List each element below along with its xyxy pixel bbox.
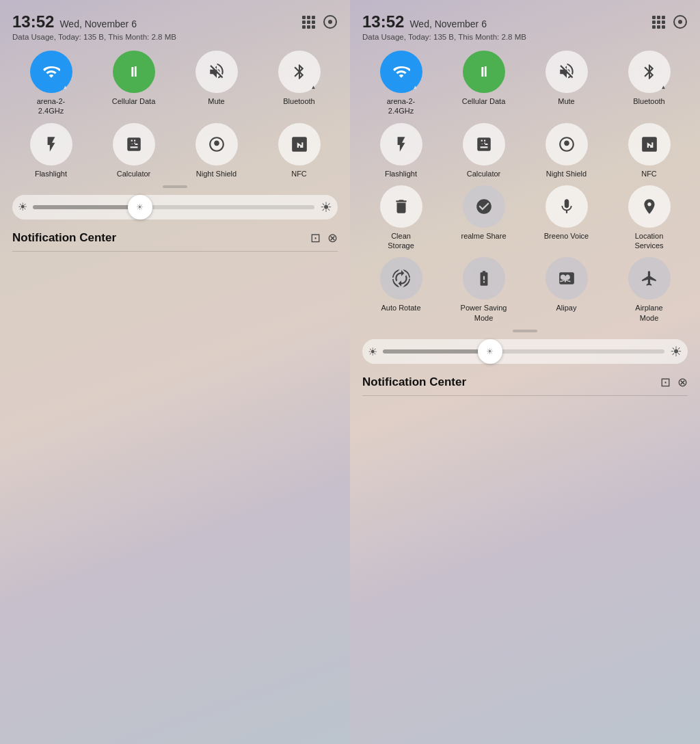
right-breeno-voice-label: Breeno Voice	[544, 231, 589, 241]
left-notification-actions: ⊡ ⊗	[310, 230, 338, 245]
right-tile-location-services[interactable]: Location Services	[610, 185, 688, 251]
left-cellular-label: Cellular Data	[112, 96, 156, 106]
left-tile-cellular[interactable]: Il Cellular Data	[95, 51, 172, 116]
left-bluetooth-label: Bluetooth	[283, 96, 314, 106]
right-header-icons	[651, 14, 688, 29]
left-tile-flashlight[interactable]: Flashlight	[12, 123, 90, 178]
right-alipay-label: Alipay	[556, 303, 577, 313]
left-calculator-label: Calculator	[117, 169, 151, 178]
left-tile-calculator[interactable]: Calculator	[95, 123, 172, 178]
right-location-services-label: Location Services	[625, 231, 673, 251]
right-brightness-section[interactable]: ☀ ☀ ☀	[362, 339, 688, 364]
left-header: 13:52 Wed, November 6	[12, 12, 338, 41]
right-mute-label: Mute	[558, 96, 574, 106]
right-flashlight-label: Flashlight	[385, 169, 417, 178]
right-tile-mute[interactable]: Mute	[528, 51, 605, 116]
right-notification-actions: ⊡ ⊗	[660, 375, 688, 390]
left-date: Wed, November 6	[59, 18, 137, 29]
wifi-arrow: ▲	[63, 84, 68, 90]
right-notification-close-icon[interactable]: ⊗	[677, 375, 688, 390]
bluetooth-arrow: ▲	[311, 84, 317, 90]
right-wifi-arrow: ▲	[413, 84, 418, 90]
right-tile-wifi[interactable]: ▲ arena-2-2.4GHz	[362, 51, 440, 116]
left-brightness-section[interactable]: ☀ ☀ ☀	[12, 195, 338, 220]
left-notification-title: Notification Center	[12, 231, 116, 245]
right-bluetooth-label: Bluetooth	[633, 96, 664, 106]
right-wifi-label: arena-2-2.4GHz	[387, 96, 416, 116]
right-tile-realme-share[interactable]: realme Share	[445, 185, 522, 251]
left-time-date: 13:52 Wed, November 6	[12, 12, 137, 31]
right-time: 13:52	[362, 12, 404, 31]
right-airplane-mode-label: Airplane Mode	[625, 303, 673, 323]
left-tile-mute[interactable]: Mute	[178, 51, 255, 116]
right-panel: 13:52 Wed, November 6	[350, 0, 700, 744]
right-tiles-row4: Auto Rotate Power SavingMode Alipa	[362, 257, 688, 323]
right-date: Wed, November 6	[409, 18, 487, 29]
grid-icon[interactable]	[301, 14, 316, 29]
right-night-shield-label: Night Shield	[546, 169, 587, 178]
right-realme-share-label: realme Share	[461, 231, 506, 241]
right-tile-nfc[interactable]: NFC	[610, 123, 688, 178]
right-brightness-high-icon: ☀	[670, 343, 682, 360]
right-power-saving-label: Power SavingMode	[461, 303, 507, 323]
right-tile-cellular[interactable]: Il Cellular Data	[445, 51, 522, 116]
left-brightness-high-icon: ☀	[320, 199, 332, 215]
left-notification-section: Notification Center ⊡ ⊗	[12, 230, 338, 252]
right-brightness-track[interactable]: ☀	[383, 349, 664, 354]
right-calculator-label: Calculator	[467, 169, 501, 178]
left-wifi-label: arena-2-2.4GHz	[37, 96, 66, 116]
right-grid-icon[interactable]	[651, 14, 666, 29]
right-target-icon[interactable]	[673, 14, 688, 29]
right-notification-title: Notification Center	[362, 375, 466, 389]
right-cellular-label: Cellular Data	[462, 96, 506, 106]
right-brightness-low-icon: ☀	[368, 345, 377, 358]
right-tile-airplane-mode[interactable]: Airplane Mode	[610, 257, 688, 323]
left-nfc-label: NFC	[291, 169, 307, 178]
right-auto-rotate-label: Auto Rotate	[381, 303, 420, 313]
left-tile-bluetooth[interactable]: ▲ Bluetooth	[260, 51, 338, 116]
left-time: 13:52	[12, 12, 54, 31]
left-flashlight-label: Flashlight	[35, 169, 67, 178]
left-brightness-low-icon: ☀	[18, 200, 27, 213]
right-tile-clean-storage[interactable]: Clean Storage	[362, 185, 440, 251]
left-night-shield-label: Night Shield	[196, 169, 237, 178]
left-header-icons	[301, 14, 338, 29]
left-notification-close-icon[interactable]: ⊗	[327, 230, 338, 245]
left-tile-wifi[interactable]: ▲ arena-2-2.4GHz	[12, 51, 90, 116]
right-tiles-row2: Flashlight Calculator Night Shield	[362, 123, 688, 178]
right-tile-night-shield[interactable]: Night Shield	[528, 123, 605, 178]
right-clean-storage-label: Clean Storage	[377, 231, 425, 251]
right-tile-breeno-voice[interactable]: Breeno Voice	[528, 185, 605, 251]
right-tile-bluetooth[interactable]: ▲ Bluetooth	[610, 51, 688, 116]
right-time-date: 13:52 Wed, November 6	[362, 12, 487, 31]
right-notification-manage-icon[interactable]: ⊡	[660, 375, 671, 390]
right-data-usage: Data Usage, Today: 135 B, This Month: 2.…	[362, 33, 688, 41]
left-brightness-track[interactable]: ☀	[33, 205, 314, 209]
right-tile-auto-rotate[interactable]: Auto Rotate	[362, 257, 440, 323]
right-notification-section: Notification Center ⊡ ⊗	[362, 375, 688, 396]
right-tile-flashlight[interactable]: Flashlight	[362, 123, 440, 178]
left-notification-manage-icon[interactable]: ⊡	[310, 230, 321, 245]
right-tile-alipay[interactable]: Alipay	[528, 257, 605, 323]
right-nfc-label: NFC	[641, 169, 657, 178]
right-bluetooth-arrow: ▲	[661, 84, 667, 90]
right-tiles-row1: ▲ arena-2-2.4GHz Il Cellular Data Mute	[362, 51, 688, 116]
left-tiles-row1: ▲ arena-2-2.4GHz Il Cellular Data Mute	[12, 51, 338, 116]
right-tiles-row3: Clean Storage realme Share Breeno	[362, 185, 688, 251]
left-tile-nfc[interactable]: NFC	[260, 123, 338, 178]
right-divider	[513, 330, 537, 332]
target-icon[interactable]	[323, 14, 338, 29]
right-tile-calculator[interactable]: Calculator	[445, 123, 522, 178]
right-tile-power-saving[interactable]: Power SavingMode	[445, 257, 522, 323]
right-header: 13:52 Wed, November 6	[362, 12, 688, 41]
left-tile-night-shield[interactable]: Night Shield	[178, 123, 255, 178]
left-data-usage: Data Usage, Today: 135 B, This Month: 2.…	[12, 33, 338, 41]
left-divider	[163, 185, 187, 188]
left-panel: 13:52 Wed, November 6	[0, 0, 350, 744]
left-mute-label: Mute	[208, 96, 224, 106]
left-tiles-row2: Flashlight Calculator Night Shield	[12, 123, 338, 178]
